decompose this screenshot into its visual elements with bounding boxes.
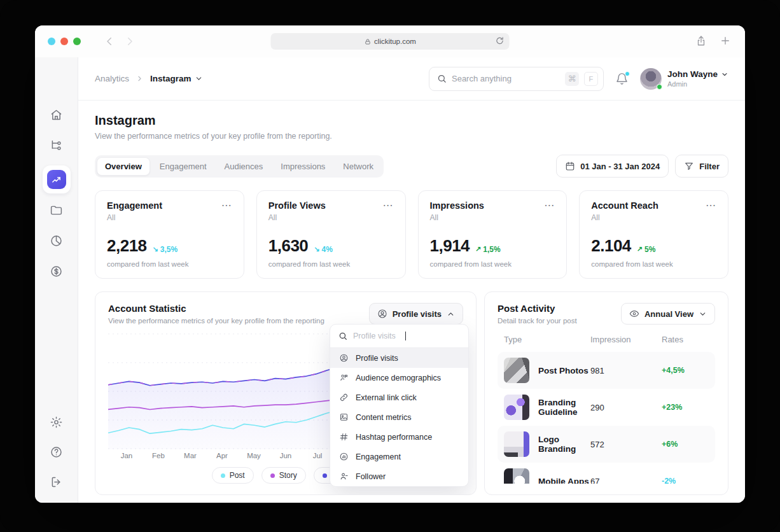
back-icon[interactable] — [104, 36, 115, 47]
dropdown-item-external-link-click[interactable]: External link click — [330, 388, 468, 407]
dropdown-item-label: External link click — [356, 393, 417, 402]
flow-icon[interactable] — [50, 139, 63, 152]
trend-arrow-icon: ↘ — [314, 245, 319, 253]
stat-card: Impressions⋯All1,914↗1,5%compared from l… — [418, 190, 568, 279]
user-role: Admin — [667, 80, 728, 88]
view-selector-label: Annual View — [644, 309, 693, 319]
view-selector[interactable]: Annual View — [621, 303, 715, 325]
tab-bar: OverviewEngagementAudiencesImpressionsNe… — [95, 155, 384, 178]
trend-arrow-icon: ↘ — [153, 245, 158, 253]
breadcrumb-analytics[interactable]: Analytics — [95, 74, 129, 83]
page-subtitle: View the performance metrics of your key… — [95, 132, 728, 141]
chart-x-axis: JanFebMarAprMayJunJulAug — [117, 452, 359, 459]
logout-icon[interactable] — [50, 475, 63, 489]
legend-pill-post[interactable]: Post — [212, 467, 254, 484]
online-status-dot — [657, 84, 662, 90]
ellipsis-icon[interactable]: ⋯ — [221, 202, 232, 209]
x-axis-label: Jun — [276, 452, 295, 459]
stat-card: Profile Views⋯All1,630↘4%compared from l… — [256, 190, 406, 279]
tab-overview[interactable]: Overview — [97, 157, 150, 176]
dropdown-item-profile-visits[interactable]: Profile visits — [330, 348, 468, 368]
legend-pill-story[interactable]: Story — [261, 467, 306, 484]
date-range-label: 01 Jan - 31 Jan 2024 — [580, 162, 660, 171]
metric-selector[interactable]: Profile visits — [369, 303, 463, 325]
table-row[interactable]: Mobile Apps67-2% — [498, 463, 715, 484]
post-rate: -2% — [662, 477, 709, 484]
stat-title: Engagement — [107, 200, 162, 211]
dollar-icon[interactable] — [50, 265, 63, 278]
search-input[interactable] — [452, 74, 560, 83]
eye-icon — [629, 309, 639, 319]
folder-icon[interactable] — [50, 204, 63, 217]
chevron-down-icon — [699, 310, 707, 318]
post-rate: +6% — [662, 440, 709, 449]
dropdown-item-audience-demographics[interactable]: Audience demographics — [330, 368, 468, 388]
forward-icon[interactable] — [124, 36, 136, 47]
table-rows: Post Photos981+4,5%Branding Guideline290… — [498, 352, 715, 484]
user-menu[interactable]: John Wayne Admin — [640, 68, 728, 90]
dropdown-item-label: Audience demographics — [356, 374, 441, 382]
legend-label: Post — [230, 471, 245, 480]
tab-audiences[interactable]: Audiences — [216, 157, 272, 176]
dropdown-item-follower[interactable]: Follower — [330, 466, 468, 486]
sidebar-item-active[interactable] — [43, 165, 71, 193]
text-cursor — [405, 332, 407, 340]
dropdown-item-label: Profile visits — [356, 354, 398, 363]
help-icon[interactable] — [50, 445, 63, 459]
legend-label: Story — [279, 471, 297, 480]
window-controls[interactable] — [48, 38, 81, 45]
ellipsis-icon[interactable]: ⋯ — [706, 202, 716, 209]
stat-value: 1,630 — [268, 236, 309, 256]
address-bar[interactable]: clickitup.com — [271, 33, 510, 50]
dropdown-search-placeholder: Profile visits — [353, 332, 396, 340]
dropdown-item-engagement[interactable]: Engagement — [330, 447, 468, 466]
x-axis-label: Jul — [308, 452, 327, 459]
zoom-button[interactable] — [73, 38, 81, 45]
dropdown-search-input[interactable]: Profile visits — [330, 325, 468, 348]
ellipsis-icon[interactable]: ⋯ — [383, 202, 394, 209]
post-rate: +4,5% — [662, 366, 709, 375]
dropdown-item-label: Engagement — [356, 452, 401, 461]
stat-note: compared from last week — [268, 260, 394, 268]
close-button[interactable] — [48, 38, 55, 45]
stat-value: 2,218 — [107, 236, 147, 256]
table-row[interactable]: Branding Guideline290+23% — [498, 389, 715, 426]
notification-bell-icon[interactable] — [615, 72, 629, 85]
chevron-down-icon — [721, 71, 728, 78]
tab-network[interactable]: Network — [335, 157, 382, 176]
post-name: Mobile Apps — [538, 477, 589, 484]
chevron-right-icon — [136, 74, 144, 83]
stat-title: Profile Views — [268, 200, 326, 211]
table-row[interactable]: Post Photos981+4,5% — [498, 352, 715, 389]
date-range-button[interactable]: 01 Jan - 31 Jan 2024 — [556, 155, 669, 178]
ellipsis-icon[interactable]: ⋯ — [544, 202, 555, 209]
account-statistic-card: Account Statistic View the performance m… — [95, 291, 477, 495]
pie-chart-icon[interactable] — [50, 234, 63, 248]
avatar — [640, 68, 662, 90]
dropdown-item-content-metrics[interactable]: Content metrics — [330, 407, 468, 427]
filter-button[interactable]: Filter — [675, 155, 728, 178]
x-axis-label: Feb — [149, 452, 168, 459]
x-axis-label: Apr — [212, 452, 232, 459]
reload-icon[interactable] — [496, 36, 505, 45]
legend-dot — [270, 473, 275, 478]
tab-impressions[interactable]: Impressions — [272, 157, 333, 176]
home-icon[interactable] — [50, 108, 63, 122]
screen: clickitup.com Analyt — [0, 0, 780, 532]
post-activity-card: Post Activity Detail track for your post… — [484, 291, 728, 495]
stat-scope: All — [591, 213, 716, 222]
post-impression: 67 — [590, 477, 662, 484]
tab-engagement[interactable]: Engagement — [151, 157, 215, 176]
table-row[interactable]: Logo Branding572+6% — [498, 426, 715, 463]
metric-selector-label: Profile visits — [393, 309, 442, 319]
breadcrumb-instagram[interactable]: Instagram — [150, 74, 203, 83]
account-statistic-title: Account Statistic — [108, 303, 324, 314]
minimize-button[interactable] — [60, 38, 68, 45]
new-tab-icon[interactable] — [720, 35, 731, 46]
url-text: clickitup.com — [374, 38, 416, 45]
settings-gear-icon[interactable] — [50, 416, 63, 429]
dropdown-item-hashtag-performance[interactable]: Hashtag performance — [330, 427, 468, 447]
search-box[interactable]: ⌘ F — [429, 67, 604, 91]
stat-card: Account Reach⋯All2.104↗5%compared from l… — [579, 190, 728, 279]
share-icon[interactable] — [695, 35, 707, 46]
